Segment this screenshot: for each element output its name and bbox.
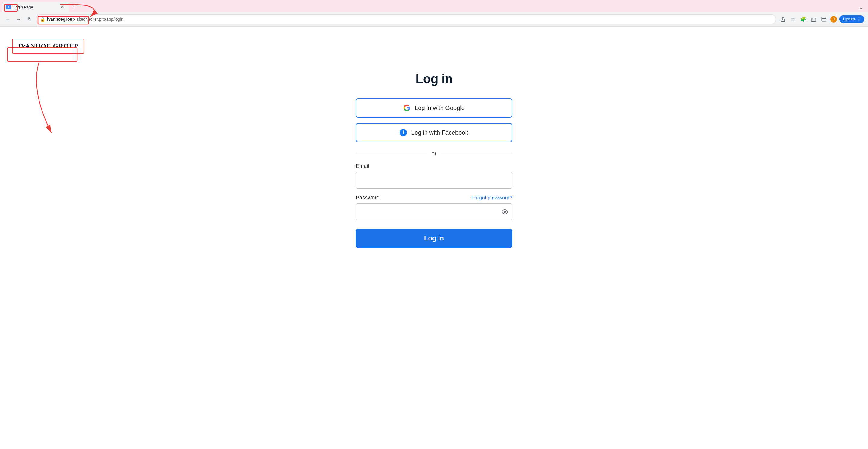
address-bar: ← → ↻ 🔒 ivanhoegroup sitechecker.pro/app… (0, 12, 868, 27)
tab-bar-right: ⌄ (859, 4, 866, 12)
tab-title: Login Page (13, 5, 57, 9)
tab-bar: i Login Page ✕ + ⌄ (0, 0, 868, 12)
browser-toolbar: ☆ 🧩 J Update ⋮ (778, 15, 864, 24)
login-submit-button[interactable]: Log in (355, 229, 513, 248)
active-tab[interactable]: i Login Page ✕ (2, 2, 69, 12)
email-input[interactable] (355, 172, 513, 189)
password-wrapper (355, 203, 513, 220)
avatar-initials: J (830, 16, 837, 23)
svg-rect-1 (822, 17, 826, 22)
facebook-icon: f (400, 129, 407, 136)
email-label: Email (355, 163, 513, 169)
update-button[interactable]: Update ⋮ (839, 15, 864, 23)
divider-text: or (432, 151, 436, 157)
refresh-button[interactable]: ↻ (25, 15, 34, 24)
divider: or (355, 151, 513, 157)
profile-window-icon[interactable] (819, 15, 828, 24)
share-icon[interactable] (778, 15, 787, 24)
extensions-icon[interactable]: 🧩 (799, 15, 807, 24)
forgot-password-link[interactable]: Forgot password? (471, 195, 513, 201)
google-icon (403, 104, 410, 111)
brand-label: IVANHOE GROUP (12, 39, 84, 54)
password-field-group: Password Forgot password? (355, 195, 513, 220)
url-bar[interactable]: 🔒 ivanhoegroup sitechecker.pro/app/login (36, 14, 776, 24)
lock-icon: 🔒 (40, 17, 45, 22)
login-title: Log in (415, 72, 453, 86)
password-label: Password (355, 195, 379, 201)
email-field-group: Email (355, 163, 513, 189)
divider-line-right (441, 154, 513, 154)
password-input[interactable] (355, 203, 513, 220)
tab-close-button[interactable]: ✕ (60, 4, 65, 10)
back-button[interactable]: ← (4, 15, 12, 24)
password-header-row: Password Forgot password? (355, 195, 513, 201)
eye-icon (501, 209, 508, 215)
bookmark-icon[interactable]: ☆ (789, 15, 797, 24)
browser-menu-chevron[interactable]: ⌄ (859, 4, 863, 11)
google-login-button[interactable]: Log in with Google (355, 98, 513, 118)
user-avatar[interactable]: J (830, 15, 838, 23)
divider-line-left (355, 154, 427, 154)
tab-favicon: i (6, 4, 11, 9)
url-path: sitechecker.pro/app/login (77, 17, 124, 22)
facebook-login-button[interactable]: f Log in with Facebook (355, 123, 513, 142)
new-tab-button[interactable]: + (70, 3, 79, 11)
svg-point-3 (504, 211, 506, 213)
toggle-password-button[interactable] (501, 209, 508, 215)
url-domain: ivanhoegroup (47, 17, 75, 22)
update-menu-icon: ⋮ (857, 17, 861, 22)
cast-icon[interactable] (809, 15, 818, 24)
google-btn-label: Log in with Google (415, 104, 465, 111)
forward-button[interactable]: → (14, 15, 23, 24)
browser-chrome: i Login Page ✕ + ⌄ ← → ↻ 🔒 ivanhoegroup … (0, 0, 868, 27)
login-container: Log in Log in with Google f Log in with … (0, 72, 868, 248)
facebook-btn-label: Log in with Facebook (411, 129, 468, 136)
page-content: IVANHOE GROUP Log in Log in with Google … (0, 27, 868, 449)
